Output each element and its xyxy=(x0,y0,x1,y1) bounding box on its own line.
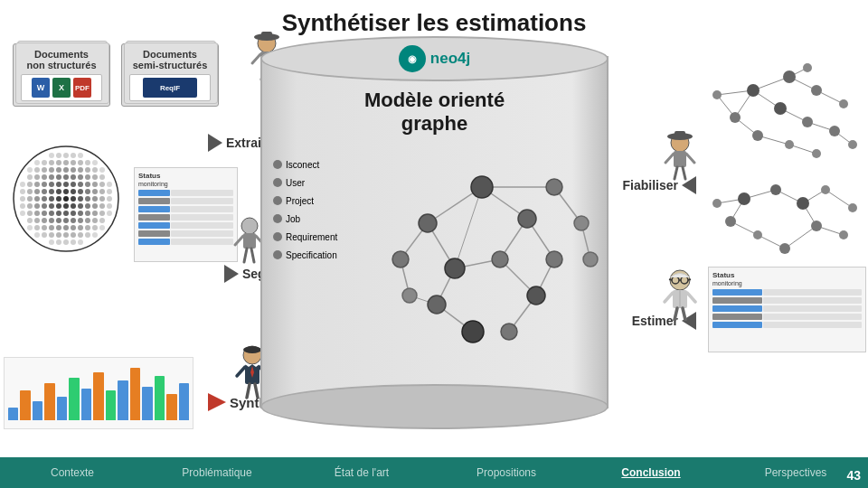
svg-line-151 xyxy=(251,249,254,262)
right-cluster-bottom xyxy=(708,172,866,267)
svg-point-61 xyxy=(42,189,47,194)
bar-item xyxy=(118,380,127,420)
svg-point-260 xyxy=(753,230,762,239)
graph-area: Isconect User Project Job xyxy=(269,142,599,377)
svg-point-33 xyxy=(99,167,105,173)
svg-point-107 xyxy=(92,211,98,216)
modele-title: Modèle orienté graphe xyxy=(269,89,599,136)
svg-point-64 xyxy=(63,189,69,194)
nav-conclusion[interactable]: Conclusion xyxy=(579,457,723,488)
doc2-label: Documents xyxy=(129,49,211,60)
synthetiser-arrow xyxy=(208,393,226,411)
svg-point-51 xyxy=(63,182,69,187)
svg-point-32 xyxy=(92,167,98,173)
nav-contexte[interactable]: Contexte xyxy=(0,457,145,488)
svg-point-91 xyxy=(71,203,76,209)
svg-point-31 xyxy=(85,167,90,173)
svg-point-133 xyxy=(42,232,47,238)
svg-point-42 xyxy=(85,174,90,180)
svg-point-230 xyxy=(783,70,796,83)
svg-line-4 xyxy=(252,54,260,63)
bar-chart-area xyxy=(4,357,193,429)
svg-point-85 xyxy=(27,203,33,209)
svg-point-259 xyxy=(811,221,822,231)
svg-point-257 xyxy=(797,197,809,210)
svg-point-118 xyxy=(85,218,90,223)
svg-point-39 xyxy=(63,174,69,180)
svg-point-29 xyxy=(71,167,76,173)
right-cluster-top xyxy=(708,54,866,172)
svg-point-25 xyxy=(42,167,47,173)
svg-point-137 xyxy=(71,232,76,238)
svg-point-27 xyxy=(56,167,61,173)
svg-point-142 xyxy=(56,239,61,245)
bar-item xyxy=(57,397,67,420)
svg-point-114 xyxy=(56,218,61,223)
nav-etat-art[interactable]: État de l'art xyxy=(289,457,434,488)
svg-point-187 xyxy=(546,251,562,267)
svg-point-68 xyxy=(92,189,98,194)
svg-point-141 xyxy=(49,239,54,245)
svg-point-74 xyxy=(42,196,47,202)
svg-point-108 xyxy=(99,211,105,216)
node-isconect: Isconect xyxy=(273,160,337,170)
svg-point-185 xyxy=(445,258,465,278)
svg-point-76 xyxy=(56,196,61,202)
svg-point-88 xyxy=(49,203,54,209)
nav-propositions[interactable]: Propositions xyxy=(434,457,579,488)
svg-point-65 xyxy=(71,189,76,194)
svg-line-253 xyxy=(826,190,853,208)
svg-point-229 xyxy=(747,84,760,97)
svg-point-188 xyxy=(574,216,589,230)
svg-point-48 xyxy=(42,182,47,187)
node-list: Isconect User Project Job xyxy=(273,160,337,260)
svg-point-15 xyxy=(42,160,47,165)
svg-point-100 xyxy=(42,211,47,216)
svg-point-106 xyxy=(85,211,90,216)
svg-point-83 xyxy=(107,196,112,202)
svg-point-145 xyxy=(78,239,83,245)
svg-point-67 xyxy=(85,189,90,194)
svg-point-87 xyxy=(42,203,47,209)
svg-point-19 xyxy=(71,160,76,165)
svg-point-95 xyxy=(99,203,105,209)
svg-point-191 xyxy=(527,286,545,305)
svg-point-127 xyxy=(71,225,76,230)
svg-point-55 xyxy=(92,182,98,187)
svg-point-193 xyxy=(501,324,517,340)
svg-point-126 xyxy=(63,225,69,230)
svg-point-115 xyxy=(63,218,69,223)
svg-point-96 xyxy=(107,203,112,209)
svg-point-23 xyxy=(27,167,33,173)
svg-point-139 xyxy=(85,232,90,238)
svg-point-113 xyxy=(49,218,54,223)
svg-point-94 xyxy=(92,203,98,209)
svg-line-251 xyxy=(785,226,816,249)
svg-point-80 xyxy=(85,196,90,202)
svg-point-101 xyxy=(49,211,54,216)
svg-point-125 xyxy=(56,225,61,230)
svg-point-36 xyxy=(42,174,47,180)
page-number: 43 xyxy=(846,468,861,483)
nav-problematique[interactable]: Problématique xyxy=(145,457,289,488)
svg-point-69 xyxy=(99,189,105,194)
svg-point-254 xyxy=(738,192,750,205)
bar-item xyxy=(8,408,18,420)
svg-point-60 xyxy=(34,189,40,194)
svg-point-41 xyxy=(78,174,83,180)
bar-item xyxy=(166,394,176,420)
person-estimer-figure xyxy=(660,267,701,324)
svg-point-182 xyxy=(518,210,536,228)
svg-point-92 xyxy=(78,203,83,209)
svg-point-240 xyxy=(785,140,794,149)
svg-line-178 xyxy=(455,187,482,268)
bar-item xyxy=(155,376,165,420)
svg-point-89 xyxy=(56,203,61,209)
excel-icon: X xyxy=(52,78,71,98)
person-fiabiliser-figure xyxy=(660,127,701,184)
svg-point-180 xyxy=(471,176,493,198)
bar-item xyxy=(106,390,116,420)
bar-item xyxy=(44,383,54,420)
svg-point-233 xyxy=(811,85,822,96)
svg-point-134 xyxy=(49,232,54,238)
